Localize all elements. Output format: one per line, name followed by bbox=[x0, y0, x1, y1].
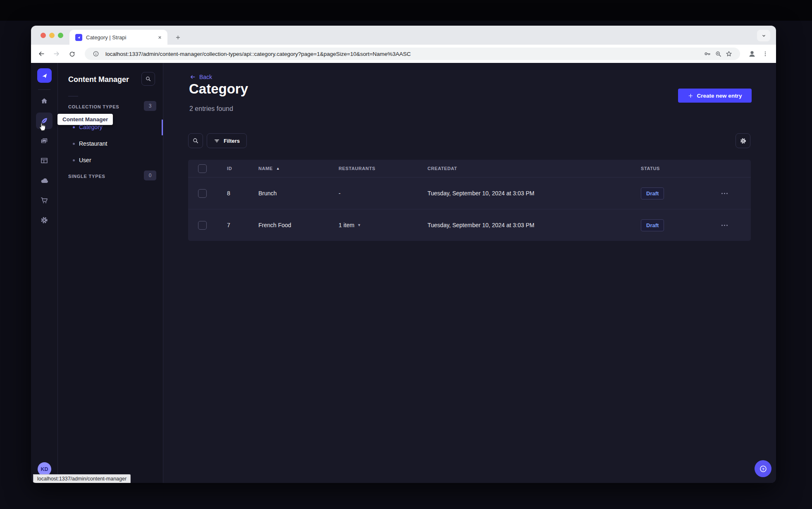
cell-restaurants[interactable]: 1 item ▼ bbox=[329, 222, 418, 228]
row-actions-menu-icon[interactable] bbox=[721, 193, 751, 194]
browser-forward-button[interactable] bbox=[50, 48, 63, 60]
status-badge: Draft bbox=[641, 219, 664, 231]
main-content: Back Category 2 entries found Create new… bbox=[163, 63, 776, 483]
header-createdat[interactable]: CREATEDAT bbox=[418, 166, 633, 171]
tab-search-chevron-icon[interactable] bbox=[757, 30, 770, 41]
browser-back-button[interactable] bbox=[35, 48, 48, 60]
content-manager-subnav: Content Manager COLLECTION TYPES 3 Categ… bbox=[58, 63, 163, 483]
new-tab-button[interactable] bbox=[172, 31, 184, 43]
table-row[interactable]: 7 French Food 1 item ▼ Tuesday, Septembe… bbox=[188, 209, 751, 241]
password-key-icon[interactable] bbox=[702, 48, 713, 59]
settings-gear-icon[interactable] bbox=[36, 212, 53, 228]
cell-name: French Food bbox=[254, 222, 329, 228]
browser-window: Category | Strapi localhost:1337/admin/c… bbox=[31, 26, 776, 483]
cell-name: Brunch bbox=[254, 190, 329, 197]
back-link[interactable]: Back bbox=[189, 74, 212, 80]
svg-text:?: ? bbox=[762, 466, 764, 471]
cell-createdat: Tuesday, September 10, 2024 at 3:03 PM bbox=[418, 222, 633, 228]
view-settings-gear-button[interactable] bbox=[736, 133, 750, 148]
browser-profile-icon[interactable] bbox=[746, 48, 758, 60]
subnav-search-button[interactable] bbox=[141, 72, 155, 86]
mouse-cursor bbox=[38, 121, 48, 132]
header-name[interactable]: NAME ▲ bbox=[254, 166, 329, 171]
browser-reload-button[interactable] bbox=[66, 48, 78, 60]
subnav-item-user[interactable]: User bbox=[58, 152, 163, 168]
header-restaurants[interactable]: RESTAURANTS bbox=[329, 166, 418, 171]
zoom-icon[interactable] bbox=[713, 48, 724, 59]
bullet-icon bbox=[73, 126, 75, 128]
link-preview-statusbar: localhost:1337/admin/content-manager bbox=[33, 474, 131, 483]
browser-tab[interactable]: Category | Strapi bbox=[69, 30, 167, 45]
url-bar[interactable]: localhost:1337/admin/content-manager/col… bbox=[85, 48, 740, 60]
strapi-logo[interactable] bbox=[37, 68, 52, 83]
single-types-count-badge: 0 bbox=[144, 170, 156, 180]
help-button[interactable]: ? bbox=[755, 460, 771, 477]
single-types-label: SINGLE TYPES bbox=[68, 174, 105, 179]
sort-ascending-icon: ▲ bbox=[276, 166, 280, 170]
header-status: STATUS bbox=[633, 166, 709, 171]
url-text[interactable]: localhost:1337/admin/content-manager/col… bbox=[105, 51, 702, 57]
page-info-icon[interactable] bbox=[91, 48, 101, 59]
select-all-checkbox[interactable] bbox=[198, 164, 207, 173]
subnav-divider bbox=[68, 96, 78, 96]
entries-table: ID NAME ▲ RESTAURANTS CREATEDAT STATUS 8… bbox=[188, 160, 751, 241]
cell-id: 7 bbox=[217, 222, 254, 228]
bookmark-star-icon[interactable] bbox=[724, 48, 734, 59]
rail-divider bbox=[38, 89, 50, 90]
filters-button[interactable]: Filters bbox=[207, 133, 247, 148]
row-checkbox[interactable] bbox=[198, 221, 207, 230]
strapi-admin: KD Content Manager COLLECTION TYPES 3 Ca… bbox=[31, 63, 776, 483]
page-title: Category bbox=[189, 81, 248, 97]
row-actions-menu-icon[interactable] bbox=[721, 225, 751, 226]
maximize-window-button[interactable] bbox=[58, 33, 63, 38]
search-entries-button[interactable] bbox=[188, 133, 203, 148]
row-checkbox[interactable] bbox=[198, 189, 207, 198]
cell-restaurants: - bbox=[329, 190, 418, 197]
minimize-window-button[interactable] bbox=[49, 33, 55, 38]
marketplace-cart-icon[interactable] bbox=[36, 192, 53, 209]
expand-caret-icon: ▼ bbox=[357, 223, 361, 227]
content-manager-tooltip: Content Manager bbox=[57, 114, 113, 125]
tab-title: Category | Strapi bbox=[86, 34, 156, 41]
cell-id: 8 bbox=[217, 190, 254, 197]
browser-toolbar: localhost:1337/admin/content-manager/col… bbox=[31, 45, 776, 63]
create-new-entry-button[interactable]: Create new entry bbox=[678, 89, 752, 103]
active-item-indicator bbox=[162, 120, 163, 135]
media-library-icon[interactable] bbox=[36, 132, 53, 149]
table-header-row: ID NAME ▲ RESTAURANTS CREATEDAT STATUS bbox=[188, 160, 751, 177]
strapi-favicon-icon bbox=[75, 34, 82, 41]
bullet-icon bbox=[73, 159, 75, 161]
header-id[interactable]: ID bbox=[217, 166, 254, 171]
cloud-icon[interactable] bbox=[36, 172, 53, 189]
cell-createdat: Tuesday, September 10, 2024 at 3:03 PM bbox=[418, 190, 633, 197]
status-badge: Draft bbox=[641, 187, 664, 199]
collection-types-count-badge: 3 bbox=[144, 101, 156, 111]
tab-close-icon[interactable] bbox=[156, 34, 163, 41]
table-row[interactable]: 8 Brunch - Tuesday, September 10, 2024 a… bbox=[188, 177, 751, 209]
entries-count: 2 entries found bbox=[189, 105, 233, 113]
tab-strip: Category | Strapi bbox=[31, 26, 776, 45]
content-type-builder-icon[interactable] bbox=[36, 152, 53, 169]
home-icon[interactable] bbox=[36, 93, 53, 109]
subnav-item-restaurant[interactable]: Restaurant bbox=[58, 135, 163, 152]
desktop-background bbox=[0, 0, 812, 21]
subnav-title: Content Manager bbox=[68, 75, 129, 84]
bullet-icon bbox=[73, 143, 75, 145]
browser-menu-kebab-icon[interactable] bbox=[759, 48, 771, 60]
close-window-button[interactable] bbox=[41, 33, 46, 38]
collection-types-label: COLLECTION TYPES bbox=[68, 104, 119, 109]
